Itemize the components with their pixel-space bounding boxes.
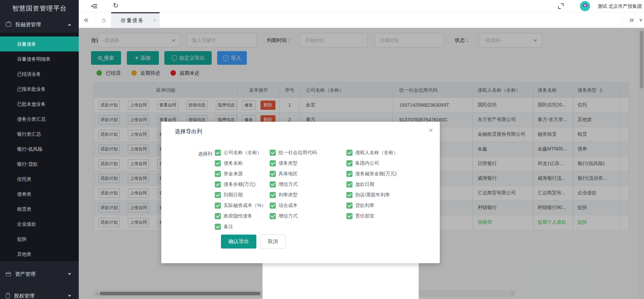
sidebar-item[interactable]: 租赁类 — [0, 201, 79, 216]
sidebar-group-label: 投融资管理 — [15, 21, 41, 28]
checkbox-checked-icon[interactable] — [346, 213, 353, 219]
checkbox-checked-icon[interactable] — [346, 181, 353, 188]
fullscreen-icon[interactable] — [558, 3, 564, 9]
collapse-menu-icon[interactable] — [91, 4, 97, 9]
sidebar-item[interactable]: 已结清业务 — [0, 66, 79, 81]
cancel-button[interactable]: 取消 — [260, 235, 286, 249]
refresh-icon[interactable]: ↻ — [113, 1, 119, 10]
export-column-checkbox[interactable]: 债务类型 — [270, 160, 346, 166]
avatar[interactable] — [580, 1, 590, 11]
sidebar-item[interactable]: 银行-贷款 — [0, 156, 79, 171]
checkbox-checked-icon[interactable] — [346, 150, 353, 156]
checkbox-checked-icon[interactable] — [270, 192, 276, 198]
export-column-checkbox[interactable]: 增信方式 — [270, 181, 346, 188]
checkbox-label: 协议/票面年利率 — [355, 192, 390, 198]
sidebar-group-equity-management[interactable]: 股权管理 — [0, 286, 79, 299]
checkbox-checked-icon[interactable] — [215, 213, 221, 219]
checkbox-checked-icon[interactable] — [215, 224, 221, 230]
clipboard-icon — [6, 294, 10, 298]
sidebar-group-investment-financing[interactable]: 投融资管理 — [0, 16, 79, 33]
checkbox-checked-icon[interactable] — [215, 192, 221, 198]
sidebar-item[interactable]: 短拆 — [0, 231, 79, 246]
export-column-checkbox[interactable]: 具体地区 — [270, 171, 346, 177]
checkbox-checked-icon[interactable] — [270, 150, 276, 156]
export-column-checkbox[interactable]: 债务融资金额(万元) — [346, 171, 430, 177]
window-icon — [6, 272, 11, 276]
export-column-checkbox[interactable]: 备注 — [215, 224, 270, 230]
export-column-checkbox[interactable]: 公司名称（全称） — [215, 150, 270, 156]
checkbox-label: 到期日期 — [224, 192, 243, 198]
export-column-checkbox[interactable]: 债权人名称（全称） — [346, 150, 430, 156]
tab-close-icon[interactable]: × — [153, 17, 156, 23]
app-logo: 智慧国资管理平台 — [0, 0, 79, 16]
sidebar-item[interactable]: 存量债务明细表 — [0, 51, 79, 66]
sidebar-group-label: 资产管理 — [15, 271, 35, 278]
checkbox-checked-icon[interactable] — [215, 150, 221, 156]
export-column-checkbox[interactable]: 到期日期 — [215, 192, 270, 198]
sidebar-item[interactable]: 银行类汇总 — [0, 126, 79, 141]
checkbox-checked-icon[interactable] — [270, 171, 276, 177]
sidebar-item[interactable]: 信托类 — [0, 171, 79, 186]
sidebar-item[interactable]: 其他类 — [0, 246, 79, 261]
app-window: 智慧国资管理平台 投融资管理 存量债务存量债务明细表已结清业务已报未批业务已批未… — [0, 0, 644, 299]
checkbox-checked-icon[interactable] — [346, 171, 353, 177]
checkbox-label: 备注 — [224, 224, 233, 230]
export-column-checkbox[interactable]: 债务名称 — [215, 160, 270, 166]
export-column-checkbox[interactable]: 责任部室 — [346, 213, 430, 219]
home-tab-icon[interactable]: ⌂ — [96, 12, 111, 28]
confirm-export-button[interactable]: 确认导出 — [221, 235, 256, 249]
export-column-checkbox[interactable]: 统一社会信用代码 — [270, 150, 346, 156]
checkbox-label: 综合成本 — [279, 203, 298, 209]
select-columns-label: 选择列 — [198, 151, 212, 157]
export-column-checkbox[interactable]: 政府隐性债务 — [215, 213, 270, 219]
checkbox-label: 政府隐性债务 — [224, 213, 252, 219]
sidebar-item[interactable]: 企业借款 — [0, 216, 79, 231]
export-column-checkbox[interactable]: 放款日期 — [346, 181, 430, 188]
sidebar-group-asset-management[interactable]: 资产管理 — [0, 262, 79, 286]
close-icon[interactable]: × — [429, 126, 433, 134]
checkbox-label: 具体地区 — [279, 171, 298, 177]
checkbox-checked-icon[interactable] — [215, 181, 221, 188]
chevron-down-icon — [68, 295, 71, 297]
sidebar-item[interactable]: 已批未放业务 — [0, 96, 79, 111]
sidebar-submenu: 存量债务存量债务明细表已结清业务已报未批业务已批未放业务债务分类汇总银行类汇总银… — [0, 33, 79, 262]
export-column-checkbox[interactable]: 债务余额(万元) — [215, 181, 270, 188]
checkbox-checked-icon[interactable] — [215, 203, 221, 209]
export-column-checkbox[interactable]: 增信方式 — [270, 213, 346, 219]
export-column-checkbox[interactable]: 资金来源 — [215, 171, 270, 177]
export-column-checkbox[interactable]: 集团内公司 — [346, 160, 430, 166]
export-column-checkbox[interactable]: 贷款利率 — [346, 203, 430, 209]
checkbox-checked-icon[interactable] — [270, 160, 276, 166]
checkbox-label: 放款日期 — [355, 181, 374, 188]
tabs-scroll-right-icon[interactable]: » — [629, 15, 634, 25]
tab-stock-debt[interactable]: 存量债务 × — [111, 12, 160, 28]
sidebar-item[interactable]: 债务分类汇总 — [0, 111, 79, 126]
checkbox-label: 债务名称 — [224, 160, 243, 166]
export-column-checkbox[interactable]: 实际融资成本（%） — [215, 203, 270, 209]
sidebar-item[interactable]: 存量债务 — [0, 36, 79, 51]
checkbox-checked-icon[interactable] — [270, 181, 276, 188]
checkbox-label: 集团内公司 — [355, 160, 379, 166]
checkbox-label: 实际融资成本（%） — [224, 203, 266, 209]
checkbox-label: 公司名称（全称） — [224, 150, 262, 156]
checkbox-label: 债务融资金额(万元) — [355, 171, 396, 177]
export-column-checkbox[interactable]: 协议/票面年利率 — [346, 192, 430, 198]
divider — [622, 12, 623, 28]
checkbox-checked-icon[interactable] — [215, 171, 221, 177]
tabs-scroll-left-icon[interactable]: « — [84, 15, 88, 25]
checkbox-checked-icon[interactable] — [270, 213, 276, 219]
sidebar-item[interactable]: 债券类 — [0, 186, 79, 201]
checkbox-checked-icon[interactable] — [270, 203, 276, 209]
export-column-checkbox[interactable]: 利率类型 — [270, 192, 346, 198]
sidebar-item[interactable]: 银行-低风险 — [0, 141, 79, 156]
checkbox-checked-icon[interactable] — [215, 160, 221, 166]
export-column-checkbox[interactable]: 综合成本 — [270, 203, 346, 209]
dialog-title: 选择导出列 — [175, 128, 202, 135]
checkbox-checked-icon[interactable] — [346, 203, 353, 209]
checkbox-checked-icon[interactable] — [346, 160, 353, 166]
checkbox-label: 增信方式 — [279, 213, 298, 219]
modal-underlay-panel — [263, 263, 419, 299]
checkbox-checked-icon[interactable] — [346, 192, 353, 198]
sidebar-item[interactable]: 已报未批业务 — [0, 81, 79, 96]
tabs-dropdown-icon[interactable]: ∨ — [639, 17, 643, 23]
